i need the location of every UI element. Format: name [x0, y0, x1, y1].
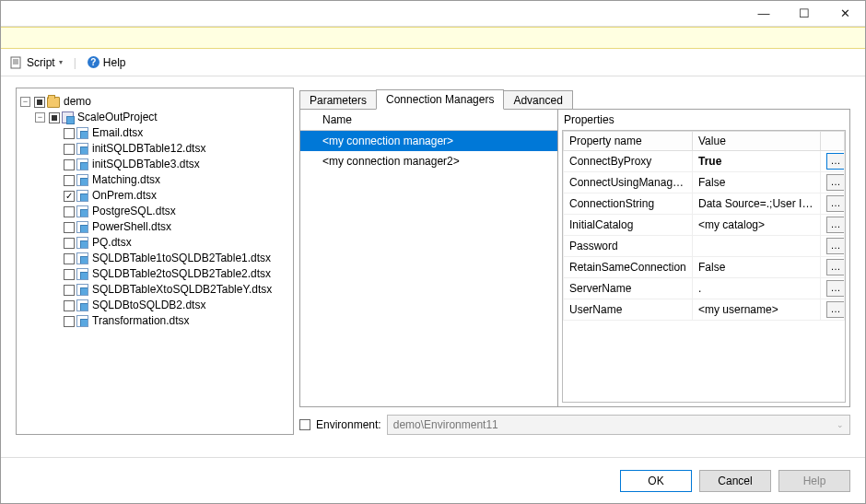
- property-value[interactable]: [693, 236, 821, 257]
- package-label: OnPrem.dtsx: [90, 188, 158, 204]
- title-bar: — ☐ ✕: [1, 1, 865, 27]
- tab-connection-managers[interactable]: Connection Managers: [376, 89, 504, 110]
- package-checkbox[interactable]: [64, 300, 75, 311]
- environment-dropdown[interactable]: demo\Environment11 ⌄: [387, 415, 850, 435]
- help-button-footer[interactable]: Help: [778, 470, 850, 492]
- property-value[interactable]: False: [693, 172, 821, 193]
- spacer: [50, 175, 60, 185]
- package-checkbox[interactable]: [64, 222, 75, 233]
- package-icon: [76, 221, 88, 233]
- package-label: SQLDBTableXtoSQLDB2TableY.dtsx: [90, 282, 274, 298]
- tree-item-package[interactable]: PQ.dtsx: [50, 235, 289, 251]
- connection-manager-item[interactable]: <my connection manager2>: [300, 151, 557, 171]
- package-checkbox[interactable]: [64, 316, 75, 327]
- package-icon: [76, 299, 88, 311]
- package-checkbox[interactable]: [64, 253, 75, 264]
- package-checkbox[interactable]: [64, 175, 75, 186]
- ellipsis-button[interactable]: …: [826, 238, 845, 254]
- package-tree[interactable]: − demo − ScaleOutProject Email.dtsxinitS…: [16, 88, 294, 435]
- ellipsis-button[interactable]: …: [826, 280, 845, 297]
- ellipsis-button[interactable]: …: [826, 301, 845, 318]
- maximize-button[interactable]: ☐: [784, 1, 825, 27]
- spacer: [50, 128, 60, 138]
- minimize-button[interactable]: —: [743, 1, 784, 27]
- cancel-button[interactable]: Cancel: [699, 470, 771, 492]
- property-row[interactable]: ServerName.…: [564, 278, 845, 299]
- package-icon: [76, 158, 88, 170]
- ellipsis-button[interactable]: …: [826, 195, 845, 212]
- package-label: PQ.dtsx: [90, 235, 134, 251]
- tab-advanced[interactable]: Advanced: [503, 90, 572, 110]
- property-value[interactable]: Data Source=.;User ID=...: [693, 193, 821, 215]
- connection-manager-item[interactable]: <my connection manager>: [300, 131, 557, 151]
- property-value[interactable]: <my username>: [693, 299, 821, 321]
- package-checkbox[interactable]: [64, 144, 75, 155]
- package-checkbox[interactable]: [64, 206, 75, 217]
- package-label: Transformation.dtsx: [90, 313, 192, 329]
- package-checkbox[interactable]: [64, 128, 75, 139]
- checkbox-indeterminate[interactable]: [34, 97, 45, 108]
- spacer: [50, 159, 60, 170]
- help-icon: ?: [88, 56, 99, 68]
- tree-item-package[interactable]: Email.dtsx: [50, 125, 289, 141]
- tree-item-package[interactable]: SQLDBtoSQLDB2.dtsx: [50, 298, 289, 313]
- col-property-name[interactable]: Property name: [564, 132, 693, 151]
- properties-title: Properties: [558, 110, 849, 130]
- script-button[interactable]: Script ▾: [6, 54, 66, 71]
- property-value[interactable]: True: [693, 151, 821, 172]
- tree-item-package[interactable]: SQLDBTableXtoSQLDB2TableY.dtsx: [50, 282, 289, 298]
- tree-project[interactable]: − ScaleOutProject: [35, 110, 289, 125]
- property-row[interactable]: ConnectByProxyTrue…: [564, 151, 845, 172]
- tab-parameters[interactable]: Parameters: [299, 90, 377, 110]
- main-area: − demo − ScaleOutProject Email.dtsxinitS…: [1, 76, 865, 446]
- package-checkbox[interactable]: [64, 238, 75, 249]
- tree-item-package[interactable]: SQLDBTable1toSQLDB2Table1.dtsx: [50, 251, 289, 266]
- properties-grid[interactable]: Property name Value ConnectByProxyTrue…C…: [562, 130, 846, 403]
- tree-item-package[interactable]: PowerShell.dtsx: [50, 219, 289, 235]
- help-button[interactable]: ? Help: [84, 54, 130, 71]
- package-checkbox[interactable]: [64, 159, 75, 170]
- tree-item-package[interactable]: PostgreSQL.dtsx: [50, 204, 289, 219]
- tree-item-package[interactable]: SQLDBTable2toSQLDB2Table2.dtsx: [50, 266, 289, 282]
- property-row[interactable]: UserName<my username>…: [564, 299, 845, 321]
- environment-checkbox[interactable]: [299, 419, 310, 430]
- package-checkbox[interactable]: [64, 285, 75, 296]
- tree-item-package[interactable]: Transformation.dtsx: [50, 313, 289, 329]
- collapse-icon[interactable]: −: [20, 97, 30, 107]
- ellipsis-button[interactable]: …: [826, 217, 845, 233]
- property-row[interactable]: ConnectUsingManagedIdentityFalse…: [564, 172, 845, 193]
- spacer: [50, 238, 60, 248]
- package-checkbox[interactable]: [64, 269, 75, 280]
- tree-item-package[interactable]: ✓OnPrem.dtsx: [50, 188, 289, 204]
- package-label: PowerShell.dtsx: [90, 219, 173, 235]
- tab-body: Name <my connection manager><my connecti…: [299, 109, 850, 407]
- environment-row: Environment: demo\Environment11 ⌄: [299, 415, 850, 435]
- property-value[interactable]: <my catalog>: [693, 215, 821, 236]
- property-value[interactable]: .: [693, 278, 821, 299]
- col-value[interactable]: Value: [693, 132, 821, 151]
- property-row[interactable]: Password…: [564, 236, 845, 257]
- tree-item-package[interactable]: initSQLDBTable3.dtsx: [50, 157, 289, 172]
- package-checkbox[interactable]: ✓: [64, 191, 75, 202]
- property-row[interactable]: InitialCatalog<my catalog>…: [564, 215, 845, 236]
- ellipsis-button[interactable]: …: [826, 153, 845, 170]
- ellipsis-button[interactable]: …: [826, 174, 845, 191]
- connection-manager-name: <my connection manager>: [322, 135, 453, 147]
- checkbox-indeterminate[interactable]: [49, 112, 60, 123]
- package-icon: [76, 190, 88, 202]
- property-row[interactable]: RetainSameConnectionFalse…: [564, 257, 845, 278]
- property-value[interactable]: False: [693, 257, 821, 278]
- separator: |: [70, 56, 80, 69]
- property-row[interactable]: ConnectionStringData Source=.;User ID=..…: [564, 193, 845, 215]
- ok-button[interactable]: OK: [620, 470, 692, 492]
- folder-icon: [47, 97, 60, 108]
- property-edit-cell: …: [821, 151, 845, 172]
- tree-root-demo[interactable]: − demo: [20, 94, 289, 110]
- chevron-down-icon: ▾: [59, 58, 63, 66]
- tree-item-package[interactable]: Matching.dtsx: [50, 172, 289, 188]
- ellipsis-button[interactable]: …: [826, 259, 845, 275]
- close-button[interactable]: ✕: [825, 1, 865, 27]
- package-label: SQLDBTable1toSQLDB2Table1.dtsx: [90, 251, 273, 266]
- collapse-icon[interactable]: −: [35, 112, 45, 123]
- tree-item-package[interactable]: initSQLDBTable12.dtsx: [50, 141, 289, 157]
